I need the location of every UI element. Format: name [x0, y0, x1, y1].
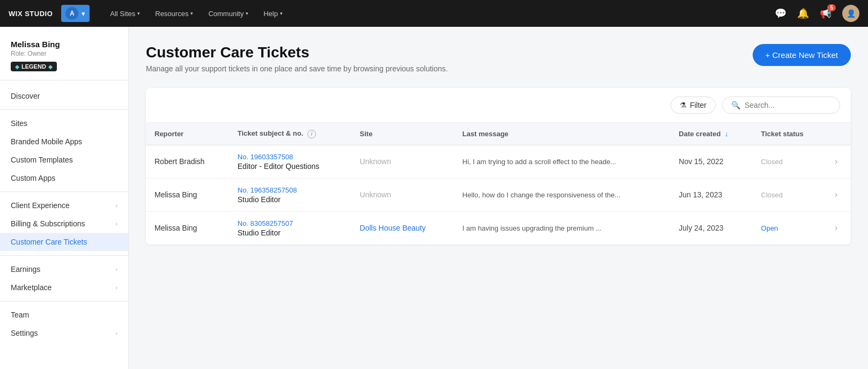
main-content: Customer Care Tickets Manage all your su…: [129, 27, 868, 369]
user-avatar[interactable]: 👤: [842, 5, 859, 22]
sidebar-item-customer-care-tickets[interactable]: Customer Care Tickets: [0, 233, 128, 251]
sidebar-divider: [0, 255, 128, 256]
top-navigation: WIX STUDIO A ▾ All Sites ▾ Resources ▾ C…: [0, 0, 868, 27]
page-header: Customer Care Tickets Manage all your su…: [146, 44, 851, 73]
col-site: Site: [351, 123, 454, 145]
sidebar-item-team[interactable]: Team: [0, 306, 128, 324]
create-new-ticket-button[interactable]: + Create New Ticket: [753, 44, 851, 66]
sidebar-item-client-experience[interactable]: Client Experience ›: [0, 196, 128, 215]
notification-badge: 5: [827, 4, 836, 11]
col-date-created[interactable]: Date created ↓: [670, 123, 752, 145]
nav-community[interactable]: Community ▾: [201, 0, 256, 27]
cell-row-action[interactable]: ›: [826, 178, 851, 211]
page-subtitle: Manage all your support tickets in one p…: [146, 64, 448, 73]
sidebar-divider: [0, 109, 128, 110]
date-text: July 24, 2023: [679, 224, 723, 232]
chevron-down-icon: ▾: [190, 11, 193, 16]
cell-row-action[interactable]: ›: [826, 211, 851, 245]
col-ticket-status: Ticket status: [753, 123, 826, 145]
status-badge: Open: [761, 224, 778, 232]
cell-row-action[interactable]: ›: [826, 145, 851, 178]
ticket-number: No. 196358257508: [238, 186, 343, 194]
filter-icon: ⚗: [680, 101, 687, 109]
sidebar-item-marketplace[interactable]: Marketplace ›: [0, 278, 128, 297]
chat-icon[interactable]: 💬: [775, 8, 786, 19]
chevron-down-icon: ▾: [280, 11, 283, 16]
sidebar-item-billing-subscriptions[interactable]: Billing & Subscriptions ›: [0, 215, 128, 233]
user-name: Melissa Bing: [11, 40, 117, 49]
info-icon[interactable]: i: [307, 130, 316, 138]
sidebar-user-info: Melissa Bing Role: Owner ◆ LEGEND ◆: [0, 35, 128, 80]
cell-last-message: I am having issues upgrading the premium…: [454, 211, 670, 245]
table-row: Melissa BingNo. 83058257507Studio Editor…: [146, 211, 851, 245]
app-layout: Melissa Bing Role: Owner ◆ LEGEND ◆ Disc…: [0, 27, 868, 369]
cell-site: Unknown: [351, 145, 454, 178]
sidebar-item-settings[interactable]: Settings ›: [0, 324, 128, 342]
sidebar-item-discover[interactable]: Discover: [0, 87, 128, 105]
chevron-right-icon: ›: [115, 330, 117, 336]
row-chevron-right-icon[interactable]: ›: [835, 157, 837, 166]
user-role: Role: Owner: [11, 50, 117, 57]
col-reporter: Reporter: [146, 123, 229, 145]
col-actions: [826, 123, 851, 145]
site-unknown: Unknown: [360, 190, 391, 199]
search-box: 🔍: [722, 97, 840, 114]
site-unknown: Unknown: [360, 157, 391, 166]
cell-reporter: Robert Bradish: [146, 145, 229, 178]
ticket-number: No. 83058257507: [238, 219, 343, 227]
sidebar-item-custom-apps[interactable]: Custom Apps: [0, 169, 128, 187]
cell-ticket-status: Closed: [753, 178, 826, 211]
last-message-text: Hi, I am trying to add a scroll effect t…: [462, 158, 616, 166]
nav-all-sites[interactable]: All Sites ▾: [102, 0, 148, 27]
page-title: Customer Care Tickets: [146, 44, 448, 61]
nav-help[interactable]: Help ▾: [256, 0, 290, 27]
cell-last-message: Hi, I am trying to add a scroll effect t…: [454, 145, 670, 178]
chevron-right-icon: ›: [115, 266, 117, 272]
status-badge: Closed: [761, 191, 783, 199]
chevron-right-icon: ›: [115, 202, 117, 209]
sidebar-item-sites[interactable]: Sites: [0, 114, 128, 132]
cell-site[interactable]: Dolls House Beauty: [351, 211, 454, 245]
nav-resources[interactable]: Resources ▾: [148, 0, 201, 27]
chevron-down-icon: ▾: [137, 11, 140, 16]
account-avatar: A: [65, 7, 78, 20]
tickets-card: ⚗ Filter 🔍 Reporter Ticket subject & no.…: [146, 88, 851, 245]
ticket-number: No. 19603357508: [238, 153, 343, 161]
notifications-icon[interactable]: 🔔: [797, 8, 809, 19]
diamond-icon: ◆: [48, 64, 53, 70]
cell-date-created: Jun 13, 2023: [670, 178, 752, 211]
cell-reporter: Melissa Bing: [146, 211, 229, 245]
site-link[interactable]: Dolls House Beauty: [360, 224, 426, 232]
account-switcher[interactable]: A ▾: [61, 5, 90, 22]
cell-ticket-status: Open: [753, 211, 826, 245]
date-text: Jun 13, 2023: [679, 190, 722, 199]
cell-ticket-subject: No. 19603357508Editor - Editor Questions: [229, 145, 351, 178]
sidebar-item-earnings[interactable]: Earnings ›: [0, 260, 128, 278]
main-nav: All Sites ▾ Resources ▾ Community ▾ Help…: [102, 0, 290, 27]
search-input[interactable]: [745, 101, 830, 109]
last-message-text: Hello, how do I change the responsivenes…: [462, 191, 621, 199]
tickets-table: Reporter Ticket subject & no. i Site Las…: [146, 123, 851, 245]
row-chevron-right-icon[interactable]: ›: [835, 223, 837, 232]
diamond-icon: ◆: [15, 64, 19, 70]
cell-reporter: Melissa Bing: [146, 178, 229, 211]
cell-ticket-status: Closed: [753, 145, 826, 178]
topnav-icons: 💬 🔔 📢 5 👤: [775, 5, 859, 22]
col-ticket-subject: Ticket subject & no. i: [229, 123, 351, 145]
cell-ticket-subject: No. 196358257508Studio Editor: [229, 178, 351, 211]
megaphone-icon[interactable]: 📢 5: [820, 8, 832, 19]
sidebar-item-custom-templates[interactable]: Custom Templates: [0, 151, 128, 169]
chevron-down-icon: ▾: [82, 10, 85, 18]
table-body: Robert BradishNo. 19603357508Editor - Ed…: [146, 145, 851, 245]
cell-date-created: Nov 15, 2022: [670, 145, 752, 178]
sidebar-item-branded-mobile-apps[interactable]: Branded Mobile Apps: [0, 132, 128, 151]
col-last-message: Last message: [454, 123, 670, 145]
filter-button[interactable]: ⚗ Filter: [671, 97, 716, 114]
status-badge: Closed: [761, 158, 783, 166]
sidebar: Melissa Bing Role: Owner ◆ LEGEND ◆ Disc…: [0, 27, 129, 369]
cell-ticket-subject: No. 83058257507Studio Editor: [229, 211, 351, 245]
chevron-right-icon: ›: [115, 284, 117, 291]
row-chevron-right-icon[interactable]: ›: [835, 190, 837, 199]
cell-date-created: July 24, 2023: [670, 211, 752, 245]
chevron-down-icon: ▾: [246, 11, 248, 16]
